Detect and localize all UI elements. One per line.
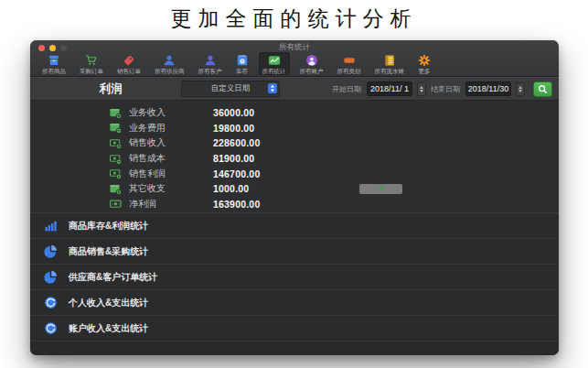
stat-label: 其它收支 (129, 182, 166, 195)
popup-stepper-icon (268, 83, 277, 93)
toolbar-item-label: 所有供应商 (155, 68, 185, 74)
toolbar: 所有商品 采购订单 销售订单 所有供应商 所有客户 库存 (30, 51, 559, 77)
start-date-label: 开始日期 (332, 84, 361, 94)
end-date-label: 结束日期 (431, 84, 460, 94)
section-stock-profit-stats[interactable]: 商品库存&利润统计 (30, 213, 559, 239)
stat-row-sales-profit: 销售利润 146700.00 (110, 166, 559, 181)
toolbar-item-all-statistics[interactable]: 所有统计 (259, 52, 290, 75)
minimize-window-button[interactable] (49, 45, 56, 51)
accounts-person-icon (305, 54, 318, 67)
start-date-input[interactable]: 2018/11/ 1 (367, 81, 412, 96)
plus-icon (378, 185, 385, 192)
window-footer (30, 341, 559, 355)
section-label: 个人收入&支出统计 (69, 297, 148, 309)
ledger-icon (383, 54, 396, 67)
toolbar-item-label: 所有类别 (337, 68, 361, 74)
zoom-window-button[interactable] (60, 45, 67, 51)
add-other-income-expense-button[interactable] (359, 184, 402, 194)
toolbar-item-label: 所有流水账 (375, 68, 405, 74)
money-box-minus-icon (110, 122, 122, 134)
end-date-input[interactable]: 2018/11/30 (465, 81, 511, 96)
stat-row-business-income: 业务收入 36000.00 (110, 105, 559, 121)
stat-row-business-expense: 业务费用 19800.00 (110, 121, 559, 136)
pie-chart-icon (44, 270, 58, 284)
toolbar-item-all-products[interactable]: 所有商品 (38, 52, 69, 75)
toolbar-item-all-suppliers[interactable]: 所有供应商 (151, 52, 188, 75)
stat-row-sales-income: 销售收入 228600.00 (110, 135, 559, 151)
toolbar-item-purchase-orders[interactable]: 采购订单 (76, 52, 107, 75)
toolbar-item-label: 采购订单 (80, 68, 103, 74)
end-date-stepper[interactable] (516, 82, 525, 96)
toolbar-item-more[interactable]: 更多 (414, 52, 434, 75)
profit-stats-panel: 业务收入 36000.00 业务费用 19800.00 销售收入 228600.… (30, 101, 559, 212)
stat-label: 销售收入 (129, 136, 166, 149)
toolbar-item-label: 更多 (419, 68, 431, 74)
date-range-dropdown[interactable]: 自定义日期 (181, 81, 280, 97)
customers-person-icon (204, 54, 217, 67)
date-controls: 开始日期 2018/11/ 1 结束日期 2018/11/30 (332, 81, 559, 97)
stat-label: 销售利润 (129, 168, 166, 180)
stat-value: 36000.00 (213, 107, 254, 118)
section-label: 供应商&客户订单统计 (69, 271, 157, 284)
statistics-section-list: 商品库存&利润统计 商品销售&采购统计 供应商&客户订单统计 个人收入&支出统计… (30, 212, 559, 341)
toolbar-item-label: 库存 (236, 68, 248, 74)
cycle-coin-icon (44, 321, 58, 335)
toolbar-item-label: 所有账户 (300, 68, 324, 74)
toolbar-item-all-categories[interactable]: 所有类别 (334, 52, 365, 75)
toolbar-item-all-accounts[interactable]: 所有账户 (296, 52, 327, 75)
section-account-income-expense-stats[interactable]: 账户收入&支出统计 (30, 316, 559, 341)
pie-chart-icon (44, 244, 58, 258)
categories-tag-icon (343, 54, 356, 67)
toolbar-item-inventory[interactable]: 库存 (232, 52, 252, 75)
products-box-icon (48, 54, 60, 67)
banknote-yen-icon (110, 168, 122, 179)
close-window-button[interactable] (38, 45, 45, 51)
stat-value: 19800.00 (213, 123, 254, 134)
page-title: 更加全面的统计分析 (0, 5, 588, 33)
money-box-yen-icon (110, 183, 122, 195)
toolbar-item-sales-orders[interactable]: 销售订单 (113, 52, 144, 75)
toolbar-item-label: 销售订单 (117, 68, 141, 74)
stats-chart-icon (268, 54, 281, 67)
window-title: 所有统计 (30, 40, 559, 51)
banknote-icon (110, 198, 122, 210)
profit-section-title: 利润 (100, 81, 123, 97)
stat-label: 净利润 (129, 198, 156, 211)
stat-row-sales-cost: 销售成本 81900.00 (110, 151, 559, 167)
stat-label: 销售成本 (129, 152, 166, 165)
sales-tag-icon (123, 54, 135, 67)
app-window: 所有统计 所有商品 采购订单 销售订单 所有供应商 所有客户 (30, 40, 559, 355)
toolbar-item-label: 所有统计 (262, 68, 286, 74)
banknote-plus-icon (110, 137, 122, 149)
gear-icon (418, 54, 431, 67)
stat-value: 1000.00 (213, 183, 249, 194)
banknote-minus-icon (110, 153, 122, 165)
profit-header: 利润 自定义日期 开始日期 2018/11/ 1 结束日期 2018/11/30 (30, 77, 559, 101)
stat-label: 业务费用 (129, 122, 166, 135)
toolbar-item-all-customers[interactable]: 所有客户 (195, 52, 226, 75)
start-date-stepper[interactable] (417, 82, 426, 96)
section-label: 商品销售&采购统计 (69, 245, 148, 258)
stat-value: 163900.00 (213, 199, 260, 210)
section-personal-income-expense-stats[interactable]: 个人收入&支出统计 (30, 290, 559, 316)
inventory-box-icon (236, 54, 249, 67)
purchase-cart-icon (85, 54, 98, 67)
search-button[interactable] (533, 81, 552, 97)
toolbar-item-label: 所有客户 (198, 68, 222, 74)
window-chrome: 所有统计 所有商品 采购订单 销售订单 所有供应商 所有客户 (30, 40, 559, 77)
toolbar-item-all-transactions[interactable]: 所有流水账 (371, 52, 409, 75)
search-icon (537, 83, 549, 95)
section-label: 商品库存&利润统计 (69, 220, 148, 233)
section-supplier-customer-order-stats[interactable]: 供应商&客户订单统计 (30, 265, 559, 290)
section-label: 账户收入&支出统计 (69, 322, 148, 335)
stat-value: 81900.00 (213, 153, 254, 164)
stat-value: 146700.00 (213, 168, 260, 179)
date-range-selected-value: 自定义日期 (211, 83, 251, 94)
stat-row-other-income-expense: 其它收支 1000.00 (110, 181, 559, 197)
bar-chart-icon (44, 219, 58, 233)
suppliers-person-icon (163, 54, 176, 67)
section-sales-purchase-stats[interactable]: 商品销售&采购统计 (30, 239, 559, 265)
stat-label: 业务收入 (129, 106, 166, 119)
money-box-plus-icon (110, 107, 122, 119)
stat-value: 228600.00 (213, 137, 260, 148)
